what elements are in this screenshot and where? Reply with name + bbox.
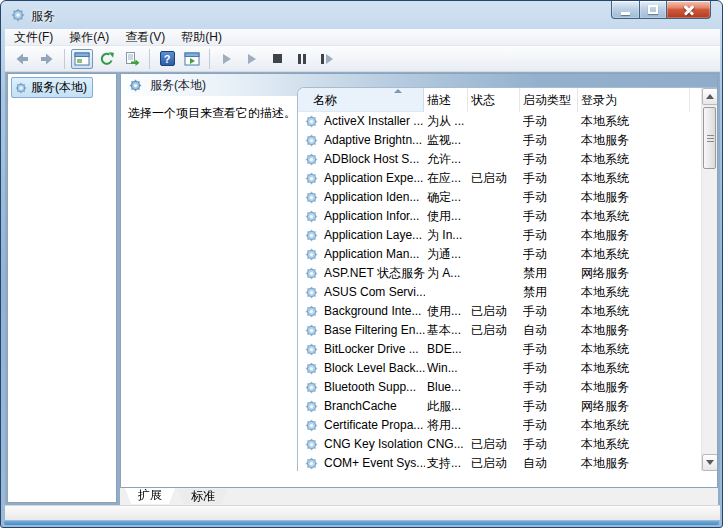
window-controls xyxy=(611,1,711,19)
service-gear-icon xyxy=(305,381,318,394)
menu-bar: 文件(F) 操作(A) 查看(V) 帮助(H) xyxy=(5,29,720,46)
service-description: BDE... xyxy=(427,340,469,359)
service-row[interactable]: Block Level Back... Win... 手动 本地系统 xyxy=(298,359,701,378)
service-description: 监视... xyxy=(427,131,469,150)
menu-file[interactable]: 文件(F) xyxy=(7,28,60,47)
close-button[interactable] xyxy=(666,1,711,19)
service-row[interactable]: Bluetooth Supp... Blue... 手动 本地服务 xyxy=(298,378,701,397)
service-gear-icon xyxy=(305,400,318,413)
tree-item-services-local[interactable]: 服务(本地) xyxy=(11,77,93,98)
service-name: Block Level Back... xyxy=(324,359,425,378)
service-row[interactable]: Adaptive Brightn... 监视... 手动 本地服务 xyxy=(298,131,701,150)
scrollbar-thumb[interactable] xyxy=(703,107,716,169)
service-row[interactable]: CNG Key Isolation CNG... 已启动 手动 本地系统 xyxy=(298,435,701,454)
service-logon-as: 本地系统 xyxy=(581,169,689,188)
details-panel: 服务(本地) 选择一个项目来查看它的描述。 名称 描述 状态 启动类型 登录为 xyxy=(120,73,718,488)
service-row[interactable]: ADBlock Host S... 允许... 手动 本地系统 xyxy=(298,150,701,169)
column-header-logon-as[interactable]: 登录为 xyxy=(578,88,690,112)
service-startup-type: 手动 xyxy=(523,378,578,397)
service-row[interactable]: ASP.NET 状态服务 为 A... 禁用 网络服务 xyxy=(298,264,701,283)
new-taskpad-view-icon[interactable] xyxy=(181,49,203,69)
service-gear-icon xyxy=(305,438,318,451)
export-list-icon[interactable] xyxy=(121,49,143,69)
service-startup-type: 手动 xyxy=(523,150,578,169)
service-logon-as: 本地系统 xyxy=(581,283,689,302)
menu-view[interactable]: 查看(V) xyxy=(118,28,172,47)
tab-extended[interactable]: 扩展 xyxy=(125,488,175,504)
service-row[interactable]: Background Inte... 使用... 已启动 手动 本地系统 xyxy=(298,302,701,321)
service-row[interactable]: Application Infor... 使用... 手动 本地系统 xyxy=(298,207,701,226)
service-startup-type: 手动 xyxy=(523,416,578,435)
service-row[interactable]: BitLocker Drive ... BDE... 手动 本地系统 xyxy=(298,340,701,359)
service-name: Bluetooth Supp... xyxy=(324,378,425,397)
service-logon-as: 本地系统 xyxy=(581,359,689,378)
service-name: Application Laye... xyxy=(324,226,425,245)
maximize-button[interactable] xyxy=(639,1,667,19)
service-row[interactable]: Application Expe... 在应... 已启动 手动 本地系统 xyxy=(298,169,701,188)
show-console-tree-icon[interactable] xyxy=(71,49,93,69)
service-description: Blue... xyxy=(427,378,469,397)
back-icon[interactable] xyxy=(11,49,33,69)
scroll-down-button[interactable] xyxy=(702,454,717,471)
scroll-up-button[interactable] xyxy=(702,88,717,105)
service-logon-as: 本地服务 xyxy=(581,188,689,207)
refresh-icon[interactable] xyxy=(96,49,118,69)
service-logon-as: 本地系统 xyxy=(581,435,689,454)
service-logon-as: 网络服务 xyxy=(581,397,689,416)
column-header-startup-type[interactable]: 启动类型 xyxy=(520,88,578,112)
column-header-status[interactable]: 状态 xyxy=(468,88,520,112)
service-gear-icon xyxy=(305,229,318,242)
toolbar-separator xyxy=(64,49,65,69)
service-name: Adaptive Brightn... xyxy=(324,131,425,150)
service-gear-icon xyxy=(305,286,318,299)
service-name: COM+ Event Sys... xyxy=(324,454,425,471)
help-icon[interactable]: ? xyxy=(156,49,178,69)
title-bar[interactable]: 服务 xyxy=(1,1,722,29)
resume-service-icon[interactable] xyxy=(241,49,263,69)
service-row[interactable]: Certificate Propa... 将用... 手动 本地系统 xyxy=(298,416,701,435)
service-logon-as: 本地服务 xyxy=(581,321,689,340)
service-description: 使用... xyxy=(427,207,469,226)
tab-standard[interactable]: 标准 xyxy=(178,489,228,504)
forward-icon[interactable] xyxy=(36,49,58,69)
service-name: Background Inte... xyxy=(324,302,425,321)
restart-service-icon[interactable] xyxy=(316,49,338,69)
service-logon-as: 本地系统 xyxy=(581,416,689,435)
column-header-name[interactable]: 名称 xyxy=(298,88,424,112)
service-row[interactable]: ActiveX Installer ... 为从 ... 手动 本地系统 xyxy=(298,112,701,131)
start-service-icon[interactable] xyxy=(216,49,238,69)
service-row[interactable]: Application Laye... 为 In... 手动 本地服务 xyxy=(298,226,701,245)
service-description: 为 In... xyxy=(427,226,469,245)
service-startup-type: 手动 xyxy=(523,226,578,245)
service-description: 为 A... xyxy=(427,264,469,283)
column-header-description[interactable]: 描述 xyxy=(424,88,468,112)
menu-help[interactable]: 帮助(H) xyxy=(174,28,229,47)
service-description: 在应... xyxy=(427,169,469,188)
menu-action[interactable]: 操作(A) xyxy=(62,28,116,47)
service-row[interactable]: Application Iden... 确定... 手动 本地服务 xyxy=(298,188,701,207)
vertical-scrollbar[interactable] xyxy=(701,88,717,471)
service-logon-as: 本地服务 xyxy=(581,131,689,150)
service-status: 已启动 xyxy=(471,169,519,188)
service-description: 此服... xyxy=(427,397,469,416)
services-gear-icon xyxy=(11,8,25,22)
service-row[interactable]: Base Filtering En... 基本... 已启动 自动 本地服务 xyxy=(298,321,701,340)
service-gear-icon xyxy=(305,248,318,261)
service-gear-icon xyxy=(305,305,318,318)
minimize-button[interactable] xyxy=(611,1,640,19)
service-row[interactable]: Application Man... 为通... 手动 本地系统 xyxy=(298,245,701,264)
banner-gear-icon xyxy=(129,79,142,92)
service-startup-type: 手动 xyxy=(523,207,578,226)
column-header-row: 名称 描述 状态 启动类型 登录为 xyxy=(298,88,701,112)
service-row[interactable]: BranchCache 此服... 手动 网络服务 xyxy=(298,397,701,416)
console-content: 服务(本地) 服务(本地) xyxy=(5,72,720,505)
services-window: 服务 文件(F) 操作(A) 查看(V) 帮助(H) xyxy=(0,0,723,528)
service-startup-type: 手动 xyxy=(523,340,578,359)
pause-service-icon[interactable] xyxy=(291,49,313,69)
service-startup-type: 手动 xyxy=(523,112,578,131)
stop-service-icon[interactable] xyxy=(266,49,288,69)
service-row[interactable]: ASUS Com Servi... 禁用 本地系统 xyxy=(298,283,701,302)
service-row[interactable]: COM+ Event Sys... 支持... 已启动 自动 本地服务 xyxy=(298,454,701,471)
service-name: Certificate Propa... xyxy=(324,416,425,435)
client-area: 文件(F) 操作(A) 查看(V) 帮助(H) xyxy=(5,29,720,520)
